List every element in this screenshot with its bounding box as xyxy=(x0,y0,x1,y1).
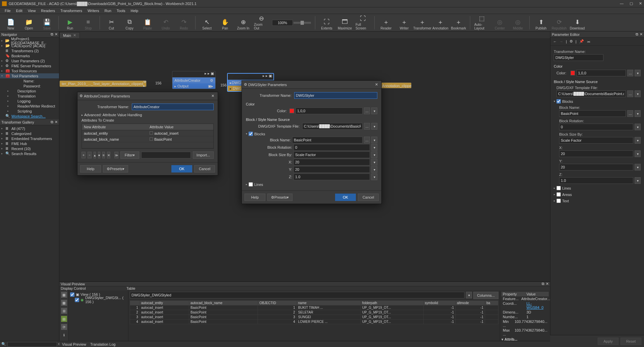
center-button[interactable]: ◎Center xyxy=(492,15,508,31)
close-icon[interactable]: ✕ xyxy=(373,82,379,87)
lines-checkbox[interactable] xyxy=(249,182,253,187)
maximize-button[interactable]: ▢ xyxy=(630,1,633,6)
minimize-button[interactable]: — xyxy=(620,1,624,6)
panel-undock-icon[interactable]: ⧉ xyxy=(636,32,638,37)
presets-button[interactable]: ⚙ Presets ▾ xyxy=(103,165,128,172)
download-button[interactable]: ⬇Download xyxy=(569,15,585,31)
workspace-search-input[interactable] xyxy=(7,342,57,347)
extents-button[interactable]: ⛶Extents xyxy=(319,15,335,31)
dropdown-button[interactable]: ▾ xyxy=(635,70,641,76)
attributecreator-node[interactable]: ▸ ▸ ▣ AttributeCreator⚙ ▸ Output▣▸ xyxy=(172,71,216,89)
transformer-name-input[interactable] xyxy=(554,54,603,61)
reader-button[interactable]: ＋Reader xyxy=(378,15,394,31)
nav-item[interactable]: 🔍Workspace Search... xyxy=(0,114,59,119)
attributes-grid[interactable]: New Attribute Attribute Value autocad_en… xyxy=(82,124,214,149)
preview-table[interactable]: autocad_entityautocad_block_nameOBJECTID… xyxy=(130,300,498,324)
fullscreen-button[interactable]: ⛶Full Screen xyxy=(355,15,371,31)
ok-button[interactable]: OK xyxy=(335,194,356,201)
select-button[interactable]: ↖Select xyxy=(199,15,215,31)
display-control-tree[interactable]: ▣View ( 156 ) ◉DWGStyler_DWGSt... ( 156 … xyxy=(69,290,128,347)
block-rotation-input[interactable] xyxy=(293,144,370,151)
gear-icon[interactable]: ⚙ xyxy=(570,39,573,44)
transformer-name-input[interactable] xyxy=(294,92,377,99)
nav-item[interactable]: ▾🧰Tool Parameters xyxy=(0,73,59,78)
copy-button[interactable]: ⧉Copy xyxy=(121,15,138,31)
apply-button[interactable]: Apply xyxy=(598,338,619,345)
import-button[interactable]: Import... xyxy=(193,151,214,159)
block-name-input[interactable] xyxy=(559,110,626,117)
ok-button[interactable]: OK xyxy=(171,165,192,172)
nav-item[interactable]: ▸⚙User Parameters (2) xyxy=(0,58,59,63)
menu-view[interactable]: View xyxy=(26,8,38,13)
template-file-input[interactable] xyxy=(556,90,626,97)
menu-help[interactable]: Help xyxy=(128,8,140,13)
gallery-item[interactable]: ▸🔍Search Results xyxy=(0,151,59,156)
table-source-select[interactable] xyxy=(130,292,465,298)
nav-item[interactable]: Name: xyxy=(0,78,59,83)
run-button[interactable]: ▶Run xyxy=(62,15,78,31)
menu-transformers[interactable]: Transformers xyxy=(58,8,84,13)
nav-item[interactable]: Password: xyxy=(0,83,59,88)
y-input[interactable] xyxy=(293,166,370,173)
template-file-input[interactable] xyxy=(302,123,363,130)
new-button[interactable]: 📄New xyxy=(3,15,19,31)
transformer-button[interactable]: ＋Transformer xyxy=(414,15,430,31)
filter-dropdown[interactable]: Filter ▾ xyxy=(120,151,139,159)
nav-item[interactable]: ▸Logging xyxy=(0,98,59,103)
help-button[interactable]: Help xyxy=(245,194,265,201)
panel-undock-icon[interactable]: ⧉ xyxy=(51,120,53,124)
paste-button[interactable]: 📋Paste xyxy=(140,15,156,31)
lines-checkbox[interactable] xyxy=(556,186,561,190)
x-input[interactable] xyxy=(293,159,370,165)
presets-button[interactable]: ⚙ Presets ▾ xyxy=(267,194,292,201)
text-checkbox[interactable] xyxy=(556,199,561,203)
nav-item[interactable]: ▸Reader/Writer Redirect xyxy=(0,103,59,109)
cut-button[interactable]: ✂Cut xyxy=(103,15,119,31)
dropdown-button[interactable]: ▾ xyxy=(635,90,641,97)
gallery-item[interactable]: ▸≣Categorized xyxy=(0,131,59,136)
menu-run[interactable]: Run xyxy=(103,8,113,13)
menu-bar[interactable]: FileEditViewReadersTransformersWritersRu… xyxy=(0,7,644,14)
grid3-icon[interactable]: ⊞ xyxy=(61,308,67,314)
browse-button[interactable]: … xyxy=(627,90,633,97)
browse-button[interactable]: … xyxy=(627,70,633,76)
stop-button[interactable]: ■Stop xyxy=(80,15,96,31)
menu-writers[interactable]: Writers xyxy=(86,8,101,13)
panel-close-icon[interactable]: ✕ xyxy=(55,32,58,37)
menu-readers[interactable]: Readers xyxy=(39,8,57,13)
nav-item[interactable]: ▸📂MyProject1 [GEODATABASE_F... xyxy=(0,38,59,43)
z-input[interactable] xyxy=(293,174,370,180)
nav-item[interactable]: ≣Transformers (2) xyxy=(0,48,59,53)
tab-visual-preview[interactable]: Visual Preview xyxy=(62,342,86,346)
grid2-icon[interactable]: ▦ xyxy=(61,300,67,306)
color-input[interactable] xyxy=(576,70,626,76)
save-button[interactable]: 💾Save xyxy=(39,15,55,31)
tab-main[interactable]: Main ✕ xyxy=(59,32,80,38)
refresh-icon[interactable]: ⟳ xyxy=(61,324,67,330)
tab-translation-log[interactable]: Translation Log xyxy=(90,342,115,346)
navigator-tree[interactable]: ▸📂MyProject1 [GEODATABASE_F...▸📂CADExpor… xyxy=(0,38,59,125)
transformer-name-input[interactable] xyxy=(132,103,214,110)
autolayout-button[interactable]: ⬚Auto-Layout xyxy=(474,15,490,31)
gallery-tree[interactable]: ▸≣All (477)▸≣Categorized▸≣Embedded Trans… xyxy=(0,125,59,347)
remove-row-button[interactable]: － xyxy=(88,152,92,158)
color-input[interactable] xyxy=(296,108,363,114)
z-input[interactable] xyxy=(559,177,633,184)
columns-button[interactable]: Columns... xyxy=(473,292,498,299)
panel-close-icon[interactable]: ✕ xyxy=(640,32,643,37)
zoomout-button[interactable]: ⊖Zoom Out xyxy=(253,15,269,31)
close-icon[interactable]: ✕ xyxy=(210,94,216,98)
menu-tools[interactable]: Tools xyxy=(115,8,127,13)
menu-file[interactable]: File xyxy=(3,8,13,13)
gallery-item[interactable]: ▸≣Embedded Transformers xyxy=(0,136,59,141)
writer-button[interactable]: ＋Writer xyxy=(396,15,412,31)
x-input[interactable] xyxy=(559,150,633,157)
reset-button[interactable]: Reset xyxy=(621,338,641,345)
color-swatch[interactable] xyxy=(571,71,575,75)
zoompct-button[interactable] xyxy=(271,15,312,31)
republish-button[interactable]: ⟳Republish xyxy=(551,15,567,31)
bookmark-button[interactable]: ＋Bookmark xyxy=(450,15,467,31)
menu-edit[interactable]: Edit xyxy=(14,8,24,13)
block-size-select[interactable] xyxy=(559,137,633,144)
nav-item[interactable]: ▸⚙FME Server Parameters xyxy=(0,63,59,68)
